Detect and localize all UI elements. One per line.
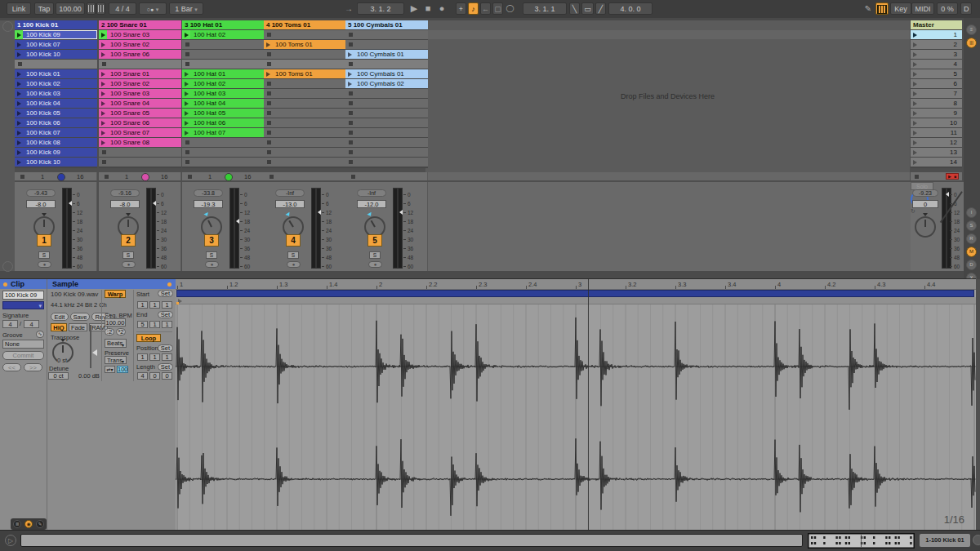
- waveform-display[interactable]: [176, 304, 976, 531]
- scene-play-icon[interactable]: [913, 121, 917, 126]
- clip-slot[interactable]: 100 Kick 04: [15, 99, 97, 108]
- clip-slot-stop[interactable]: [345, 128, 428, 137]
- clip-slot[interactable]: 100 Hat 06: [182, 118, 265, 127]
- stop-all-icon[interactable]: [188, 175, 192, 179]
- arm-button[interactable]: ●: [38, 261, 51, 268]
- track-activator-button[interactable]: 1: [37, 234, 51, 247]
- loop-length-field[interactable]: 4. 0. 0: [608, 2, 653, 15]
- play-icon[interactable]: [185, 111, 189, 116]
- scene-play-icon[interactable]: [913, 140, 917, 145]
- clip-slot[interactable]: 100 Kick 03: [15, 89, 97, 98]
- clip-slot[interactable]: 100 Snare 06: [99, 118, 181, 127]
- clip-slot-stop[interactable]: [345, 148, 428, 157]
- clip-slot-stop[interactable]: [264, 118, 346, 127]
- clip-slot[interactable]: 100 Hat 02: [182, 30, 265, 39]
- scene-play-icon[interactable]: [913, 82, 917, 87]
- double-bpm-button[interactable]: *2: [116, 328, 126, 335]
- stop-button[interactable]: ■: [422, 2, 434, 15]
- play-icon[interactable]: [101, 42, 105, 47]
- clip-play-zone[interactable]: [15, 30, 23, 39]
- play-icon[interactable]: [17, 52, 21, 57]
- play-icon[interactable]: [17, 91, 21, 96]
- time-signature-field[interactable]: 4 / 4: [109, 2, 136, 15]
- track-header[interactable]: 2 100 Snare 01: [99, 20, 181, 29]
- record-button[interactable]: ●: [436, 2, 448, 15]
- clip-slot-stop[interactable]: [264, 158, 346, 167]
- clip-slot-stop[interactable]: [182, 158, 265, 167]
- clip-name-field[interactable]: 100 Kick 09: [2, 291, 44, 300]
- clip-slot[interactable]: 100 Snare 04: [99, 99, 181, 108]
- set-length-button[interactable]: Set: [158, 363, 173, 371]
- tap-tempo-button[interactable]: Tap: [34, 2, 54, 15]
- play-icon[interactable]: [17, 121, 21, 126]
- sample-box-header[interactable]: Sample: [47, 279, 176, 289]
- clip-slot-stop[interactable]: [182, 60, 265, 69]
- set-end-button[interactable]: Set: [158, 311, 173, 318]
- play-icon[interactable]: [101, 121, 105, 126]
- clip-slot-stop[interactable]: [182, 138, 265, 147]
- clip-slot[interactable]: 100 Cymbals 01: [345, 50, 428, 59]
- clip-overview-toggle[interactable]: ≡: [966, 24, 977, 35]
- track-activator-button[interactable]: 2: [121, 234, 136, 247]
- nudge-up-icon[interactable]: [96, 2, 105, 15]
- volume-field[interactable]: -8.0: [26, 200, 56, 208]
- scene-play-icon[interactable]: [913, 131, 917, 136]
- midi-map-button[interactable]: MIDI: [911, 2, 934, 15]
- scene-play-icon[interactable]: [913, 101, 917, 106]
- play-icon[interactable]: [101, 52, 105, 57]
- play-icon[interactable]: [185, 82, 189, 87]
- loop-length-beat-field[interactable]: 0: [149, 372, 160, 380]
- scene-slot-2[interactable]: 2: [911, 40, 962, 49]
- scene-slot-6[interactable]: 6: [911, 79, 962, 88]
- play-icon[interactable]: [17, 72, 21, 77]
- end-bar-field[interactable]: 5: [137, 321, 148, 328]
- clip-play-zone[interactable]: [182, 30, 190, 39]
- loop-brace[interactable]: [176, 290, 974, 297]
- clip-slot[interactable]: 100 Hat 02: [182, 79, 265, 88]
- clip-slot-stop[interactable]: [345, 89, 428, 98]
- envelope-box-tab-icon[interactable]: ✎: [36, 520, 44, 528]
- clip-box-tab-icon[interactable]: ≣: [13, 520, 21, 528]
- nudge-back-button[interactable]: <<: [2, 363, 21, 371]
- clip-slot[interactable]: 100 Toms 01: [264, 69, 346, 78]
- clip-slot-stop[interactable]: [182, 40, 265, 49]
- seg-bpm-field[interactable]: 100.00: [105, 318, 126, 327]
- clip-slot[interactable]: 100 Toms 01: [264, 40, 346, 49]
- play-icon[interactable]: [185, 72, 189, 77]
- signature-numerator-field[interactable]: 4: [2, 320, 18, 328]
- play-icon[interactable]: [17, 131, 21, 136]
- clip-slot-stop[interactable]: [264, 148, 346, 157]
- clip-slot[interactable]: 100 Hat 07: [182, 128, 265, 137]
- clip-slot[interactable]: 100 Kick 06: [15, 118, 97, 127]
- play-icon[interactable]: [348, 52, 352, 57]
- save-sample-button[interactable]: Save: [70, 313, 90, 321]
- arm-button[interactable]: ●: [205, 261, 219, 268]
- start-beat-field[interactable]: 1: [149, 301, 160, 309]
- clip-slot[interactable]: 100 Kick 08: [15, 138, 97, 147]
- gain-slider-handle[interactable]: [92, 349, 97, 356]
- detune-field[interactable]: 0 ct: [48, 372, 69, 380]
- clip-slot-stop[interactable]: [345, 109, 428, 118]
- play-icon[interactable]: [185, 101, 189, 106]
- play-icon[interactable]: [17, 150, 21, 155]
- play-icon[interactable]: [101, 111, 105, 116]
- track-header[interactable]: 4 100 Toms 01: [264, 20, 346, 29]
- play-icon[interactable]: [185, 131, 189, 136]
- beat-time-ruler[interactable]: 11.21.31.422.22.32.433.23.33.444.24.34.4: [176, 279, 976, 290]
- clip-slot-stop[interactable]: [345, 40, 428, 49]
- volume-field[interactable]: -13.0: [275, 200, 305, 208]
- clip-slot-stop[interactable]: [264, 99, 346, 108]
- loop-selector-icon[interactable]: ◯: [505, 2, 515, 15]
- sample-box-tab-icon[interactable]: ◉: [24, 520, 33, 528]
- start-sixteenth-field[interactable]: 1: [162, 301, 172, 309]
- link-button[interactable]: Link: [7, 2, 31, 15]
- solo-button[interactable]: S: [206, 251, 217, 259]
- show-mixer-toggle[interactable]: M: [966, 247, 977, 257]
- edit-sample-button[interactable]: Edit: [51, 313, 69, 321]
- clip-slot[interactable]: 100 Cymbals 02: [345, 79, 428, 88]
- scene-slot-14[interactable]: 14: [911, 158, 962, 167]
- computer-midi-keyboard-button[interactable]: [875, 2, 889, 15]
- volume-marker[interactable]: [399, 210, 403, 215]
- peak-level-field[interactable]: -9.16: [110, 189, 140, 197]
- collapse-left-icon[interactable]: [2, 261, 13, 272]
